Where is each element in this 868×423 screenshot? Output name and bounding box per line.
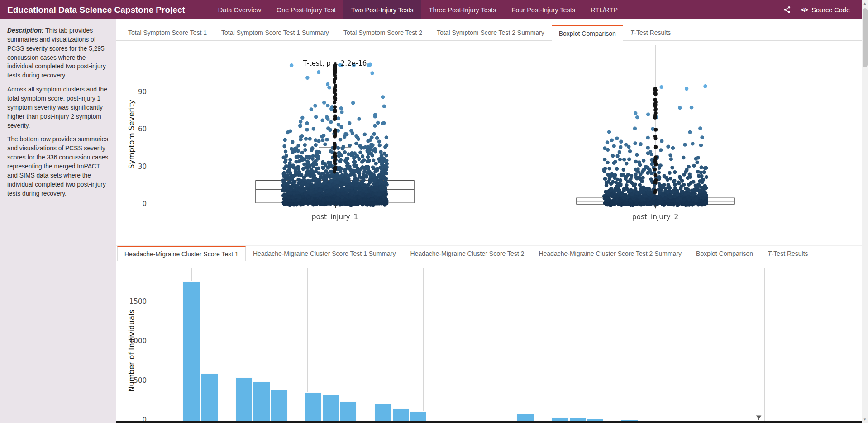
sidebar-paragraph-2: Across all symptom clusters and the tota… [7, 85, 109, 130]
source-code-button[interactable]: </> Source Code [801, 6, 850, 14]
boxplot-xtick-post_injury_2 [655, 205, 656, 208]
bar-chart-axis-line [116, 421, 862, 423]
page-scrollbar[interactable]: ▲ ▼ [862, 0, 868, 423]
app-title: Educational Data Science Capstone Projec… [0, 0, 192, 19]
histogram-bar-10 [410, 411, 426, 421]
nav-item-four-post-injury-tests[interactable]: Four Post-Injury Tests [504, 0, 583, 19]
histogram-bar-0 [182, 281, 200, 421]
bottom-tab-headache-migraine-cluster-score-test-2-summary[interactable]: Headache-Migraine Cluster Score Test 2 S… [531, 246, 689, 261]
nav-item-one-post-injury-test[interactable]: One Post-Injury Test [269, 0, 343, 19]
histogram-bar-2 [235, 377, 253, 421]
nav-item-rtl-rtp[interactable]: RTL/RTP [583, 0, 625, 19]
description-label: Description: [7, 27, 44, 34]
histogram-bar-5 [305, 392, 322, 421]
boxplot-ytick-90: 90 [130, 88, 147, 96]
boxplot-ytick-0: 0 [130, 200, 147, 208]
barchart-gridline-5 [764, 268, 765, 421]
histogram-bar-1 [201, 373, 218, 421]
bottom-tab-bar: Headache-Migraine Cluster Score Test 1He… [116, 245, 862, 261]
bottom-tab-headache-migraine-cluster-score-test-1-summary[interactable]: Headache-Migraine Cluster Score Test 1 S… [246, 246, 403, 261]
top-tab-boxplot-comparison[interactable]: Boxplot Comparison [552, 25, 623, 41]
histogram-bar-12 [551, 417, 569, 421]
source-code-label: Source Code [811, 6, 850, 14]
sidebar-paragraph-3: The bottom row provides summaries and vi… [7, 135, 109, 198]
barchart-gridline-3 [531, 268, 531, 421]
boxplot-xlabel-post_injury_2: post_injury_2 [619, 213, 692, 221]
histogram-bar-11 [516, 414, 534, 421]
nav-item-three-post-injury-tests[interactable]: Three Post-Injury Tests [421, 0, 504, 19]
sidebar-paragraph-1-text: This tab provides summaries and visualiz… [7, 27, 106, 79]
histogram-bar-8 [374, 404, 392, 421]
histogram-bar-9 [392, 408, 409, 421]
sidebar-description-panel: Description: This tab provides summaries… [0, 19, 116, 423]
top-tab-total-symptom-score-test-2[interactable]: Total Symptom Score Test 2 [336, 25, 429, 40]
nav-item-data-overview[interactable]: Data Overview [210, 0, 269, 19]
scrollbar-up-arrow[interactable]: ▲ [862, 0, 868, 7]
sidebar-paragraph-1: Description: This tab provides summaries… [7, 26, 109, 80]
code-icon: </> [801, 6, 808, 13]
barchart-ytick-1500: 1500 [125, 298, 147, 306]
barchart-gridline-4 [648, 268, 648, 421]
histogram-bar-3 [253, 381, 270, 421]
boxplot-comparison-plot [154, 43, 862, 212]
bottom-tab-boxplot-comparison[interactable]: Boxplot Comparison [689, 246, 760, 261]
navbar: Educational Data Science Capstone Projec… [0, 0, 862, 19]
top-tab-total-symptom-score-test-1[interactable]: Total Symptom Score Test 1 [121, 25, 214, 40]
histogram-bar-4 [271, 390, 288, 421]
bottom-tab-t-test-results[interactable]: T-Test Results [760, 246, 815, 261]
navbar-menu: Data OverviewOne Post-Injury TestTwo Pos… [210, 0, 625, 19]
scrollbar-down-arrow[interactable]: ▼ [862, 416, 868, 423]
share-icon[interactable] [783, 6, 791, 14]
barchart-ylabel: Number of Individuals [127, 307, 136, 395]
ttest-annotation: T-test, p < 2.2e-16 [303, 59, 367, 67]
bottom-tab-headache-migraine-cluster-score-test-1[interactable]: Headache-Migraine Cluster Score Test 1 [117, 246, 246, 261]
top-tab-bar: Total Symptom Score Test 1Total Symptom … [116, 25, 862, 41]
top-tab-total-symptom-score-test-2-summary[interactable]: Total Symptom Score Test 2 Summary [429, 25, 552, 40]
scrollbar-thumb[interactable] [863, 8, 868, 67]
filter-funnel-icon[interactable] [756, 414, 762, 423]
histogram-bar-6 [322, 395, 339, 421]
barchart-gridline-2 [423, 268, 424, 421]
boxplot-xlabel-post_injury_1: post_injury_1 [299, 213, 371, 221]
boxplot-ylabel: Symptom Severity [127, 98, 136, 171]
histogram-bar-7 [340, 401, 357, 421]
boxplot-xtick-post_injury_1 [335, 205, 336, 208]
nav-item-two-post-injury-tests[interactable]: Two Post-Injury Tests [343, 0, 421, 19]
top-tab-t-test-results[interactable]: T-Test Results [623, 25, 678, 40]
top-tab-total-symptom-score-test-1-summary[interactable]: Total Symptom Score Test 1 Summary [214, 25, 336, 40]
bottom-tab-headache-migraine-cluster-score-test-2[interactable]: Headache-Migraine Cluster Score Test 2 [403, 246, 532, 261]
navbar-actions: </> Source Code [783, 0, 862, 19]
